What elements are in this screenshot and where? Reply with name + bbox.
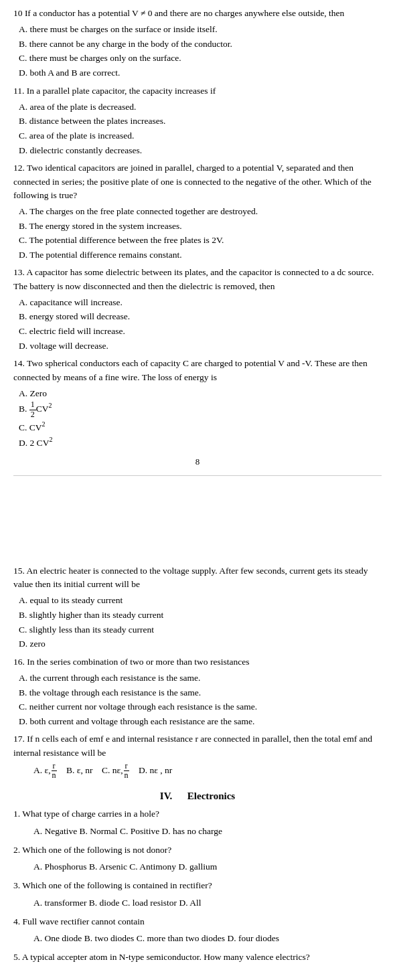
q10-optA: A. there must be charges on the surface … (19, 22, 382, 37)
page-divider (13, 475, 382, 476)
q14-optD: D. 2 CV2 (19, 434, 382, 450)
section-4-numeral: IV. (160, 791, 173, 801)
q10-text: 10 If a conductor has a potential V ≠ 0 … (13, 7, 382, 20)
s4-question-2: 2. Which one of the following is not don… (13, 843, 382, 876)
q16-optB: B. the voltage through each resistance i… (19, 685, 382, 700)
blank-space (13, 484, 382, 564)
s4q2-options: A. Phosphorus B. Arsenic C. Antimony D. … (33, 859, 382, 875)
q11-optB: B. distance between the plates increases… (19, 114, 382, 129)
q15-optC: C. slightly less than its steady current (19, 623, 382, 637)
q17-text: 17. If n cells each of emf e and interna… (13, 732, 382, 760)
s4-question-3: 3. Which one of the following is contain… (13, 879, 382, 911)
q12-optA: A. The charges on the free plate connect… (19, 204, 382, 219)
s4q3-text: 3. Which one of the following is contain… (13, 879, 382, 892)
s4-question-5: 5. A typical accepter atom in N-type sem… (13, 951, 382, 964)
question-10: 10 If a conductor has a potential V ≠ 0 … (13, 7, 382, 80)
section-4-header: IV. Electronics (13, 791, 382, 802)
question-11: 11. In a parallel plate capacitor, the c… (13, 84, 382, 158)
s4-question-4: 4. Full wave rectifier cannot contain A.… (13, 915, 382, 947)
q16-optC: C. neither current nor voltage through e… (19, 700, 382, 714)
s4q4-options: A. One diode B. two diodes C. more than … (33, 930, 382, 947)
q16-optD: D. both current and voltage through each… (19, 714, 382, 729)
q13-optA: A. capacitance will increase. (19, 295, 382, 310)
q12-optC: C. The potential difference between the … (19, 233, 382, 248)
q16-text: 16. In the series combination of two or … (13, 655, 382, 669)
q13-optC: C. electric field will increase. (19, 324, 382, 339)
q11-optC: C. area of the plate is increased. (19, 129, 382, 143)
question-15: 15. An electric heater is connected to t… (13, 564, 382, 651)
q14-optC: C. CV2 (19, 419, 382, 434)
q10-optD: D. both A and B are correct. (19, 66, 382, 80)
q11-optA: A. area of the plate is decreased. (19, 100, 382, 114)
s4-question-1: 1. What type of charge carries in a hole… (13, 807, 382, 839)
q11-text: 11. In a parallel plate capacitor, the c… (13, 84, 382, 98)
q17-options: A. ε,rn B. ε, nr C. nε,rn D. nε , nr (33, 762, 382, 780)
s4q2-text: 2. Which one of the following is not don… (13, 843, 382, 857)
section-4-title: Electronics (187, 791, 235, 801)
question-17: 17. If n cells each of emf e and interna… (13, 732, 382, 780)
q10-optB: B. there cannot be any charge in the bod… (19, 37, 382, 52)
question-14: 14. Two spherical conductors each of cap… (13, 357, 382, 450)
question-13: 13. A capacitor has some dielectric betw… (13, 266, 382, 353)
q15-optA: A. equal to its steady current (19, 593, 382, 608)
q14-text: 14. Two spherical conductors each of cap… (13, 357, 382, 384)
q13-text: 13. A capacitor has some dielectric betw… (13, 266, 382, 293)
s4q3-options: A. transformer B. diode C. load resistor… (33, 895, 382, 911)
q12-optD: D. The potential difference remains cons… (19, 248, 382, 262)
q15-text: 15. An electric heater is connected to t… (13, 564, 382, 592)
q16-optA: A. the current through each resistance i… (19, 671, 382, 685)
q14-optA: A. Zero (19, 386, 382, 401)
page-content: 10 If a conductor has a potential V ≠ 0 … (0, 0, 395, 975)
page-number: 8 (13, 457, 382, 467)
q15-optB: B. slightly higher than its steady curre… (19, 608, 382, 623)
q12-text: 12. Two identical capacitors are joined … (13, 161, 382, 202)
question-12: 12. Two identical capacitors are joined … (13, 161, 382, 262)
s4q5-text: 5. A typical accepter atom in N-type sem… (13, 951, 382, 964)
q10-optC: C. there must be charges only on the sur… (19, 51, 382, 66)
s4q1-options: A. Negative B. Normal C. Positive D. has… (33, 823, 382, 839)
question-16: 16. In the series combination of two or … (13, 655, 382, 729)
q15-optD: D. zero (19, 637, 382, 651)
q13-optD: D. voltage will decrease. (19, 339, 382, 353)
q12-optB: B. The energy stored in the system incre… (19, 219, 382, 234)
q11-optD: D. dielectric constantly decreases. (19, 143, 382, 158)
q14-optB: B. 12CV2 (19, 400, 382, 418)
s4q4-text: 4. Full wave rectifier cannot contain (13, 915, 382, 928)
q13-optB: B. energy stored will decrease. (19, 309, 382, 324)
s4q1-text: 1. What type of charge carries in a hole… (13, 807, 382, 821)
